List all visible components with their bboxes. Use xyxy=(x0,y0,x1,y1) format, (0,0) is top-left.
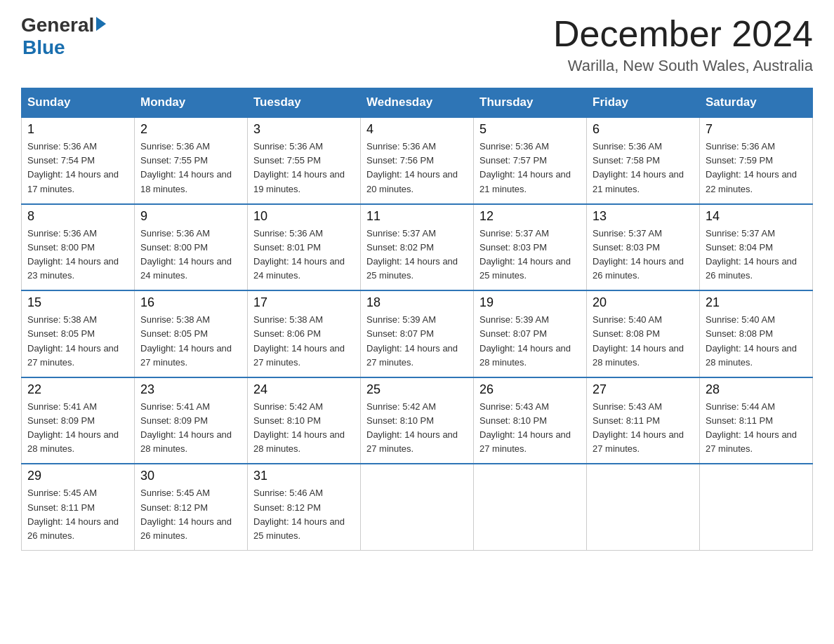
calendar-cell: 12Sunrise: 5:37 AMSunset: 8:03 PMDayligh… xyxy=(474,204,587,291)
logo: General Blue xyxy=(21,14,106,59)
col-header-thursday: Thursday xyxy=(474,88,587,118)
day-number: 16 xyxy=(140,295,241,310)
day-number: 17 xyxy=(253,295,355,310)
calendar-cell: 13Sunrise: 5:37 AMSunset: 8:03 PMDayligh… xyxy=(587,204,700,291)
title-block: December 2024 Warilla, New South Wales, … xyxy=(553,14,813,75)
calendar-subtitle: Warilla, New South Wales, Australia xyxy=(553,57,813,75)
day-number: 22 xyxy=(27,382,128,397)
logo-blue-text: Blue xyxy=(22,36,106,59)
day-number: 4 xyxy=(366,122,468,137)
day-info: Sunrise: 5:39 AMSunset: 8:07 PMDaylight:… xyxy=(479,313,581,370)
day-number: 15 xyxy=(27,295,128,310)
logo-general-text: General xyxy=(21,14,94,36)
day-info: Sunrise: 5:36 AMSunset: 8:00 PMDaylight:… xyxy=(27,227,128,283)
calendar-cell: 25Sunrise: 5:42 AMSunset: 8:10 PMDayligh… xyxy=(361,377,474,464)
day-number: 31 xyxy=(253,469,355,483)
day-info: Sunrise: 5:41 AMSunset: 8:09 PMDaylight:… xyxy=(27,400,128,457)
day-number: 8 xyxy=(27,209,128,224)
day-info: Sunrise: 5:37 AMSunset: 8:02 PMDaylight:… xyxy=(366,227,468,283)
calendar-cell: 14Sunrise: 5:37 AMSunset: 8:04 PMDayligh… xyxy=(700,204,813,291)
calendar-week-row: 1Sunrise: 5:36 AMSunset: 7:54 PMDaylight… xyxy=(22,117,813,204)
calendar-cell xyxy=(700,464,813,550)
day-number: 2 xyxy=(140,122,241,137)
calendar-cell xyxy=(587,464,700,550)
page-header: General Blue December 2024 Warilla, New … xyxy=(21,14,813,75)
day-info: Sunrise: 5:36 AMSunset: 7:55 PMDaylight:… xyxy=(253,140,355,196)
day-info: Sunrise: 5:38 AMSunset: 8:05 PMDaylight:… xyxy=(140,313,241,370)
day-info: Sunrise: 5:36 AMSunset: 7:57 PMDaylight:… xyxy=(479,140,581,196)
calendar-cell: 30Sunrise: 5:45 AMSunset: 8:12 PMDayligh… xyxy=(135,464,248,550)
day-info: Sunrise: 5:36 AMSunset: 8:00 PMDaylight:… xyxy=(140,227,241,283)
day-number: 21 xyxy=(706,295,807,310)
calendar-week-row: 15Sunrise: 5:38 AMSunset: 8:05 PMDayligh… xyxy=(22,290,813,377)
day-number: 20 xyxy=(593,295,694,310)
day-info: Sunrise: 5:45 AMSunset: 8:11 PMDaylight:… xyxy=(27,486,128,543)
day-info: Sunrise: 5:40 AMSunset: 8:08 PMDaylight:… xyxy=(706,313,807,370)
day-info: Sunrise: 5:43 AMSunset: 8:11 PMDaylight:… xyxy=(593,400,694,457)
calendar-header-row: SundayMondayTuesdayWednesdayThursdayFrid… xyxy=(22,88,813,118)
calendar-cell: 6Sunrise: 5:36 AMSunset: 7:58 PMDaylight… xyxy=(587,117,700,204)
day-number: 25 xyxy=(366,382,468,397)
day-number: 19 xyxy=(479,295,581,310)
day-info: Sunrise: 5:46 AMSunset: 8:12 PMDaylight:… xyxy=(253,486,355,543)
calendar-cell: 16Sunrise: 5:38 AMSunset: 8:05 PMDayligh… xyxy=(135,290,248,377)
day-number: 18 xyxy=(366,295,468,310)
day-info: Sunrise: 5:42 AMSunset: 8:10 PMDaylight:… xyxy=(253,400,355,457)
calendar-cell: 20Sunrise: 5:40 AMSunset: 8:08 PMDayligh… xyxy=(587,290,700,377)
day-info: Sunrise: 5:36 AMSunset: 7:54 PMDaylight:… xyxy=(27,140,128,196)
logo-arrow-icon xyxy=(96,17,106,31)
day-info: Sunrise: 5:44 AMSunset: 8:11 PMDaylight:… xyxy=(706,400,807,457)
day-info: Sunrise: 5:45 AMSunset: 8:12 PMDaylight:… xyxy=(140,486,241,543)
day-info: Sunrise: 5:38 AMSunset: 8:06 PMDaylight:… xyxy=(253,313,355,370)
day-number: 30 xyxy=(140,469,241,483)
calendar-cell: 21Sunrise: 5:40 AMSunset: 8:08 PMDayligh… xyxy=(700,290,813,377)
calendar-cell: 28Sunrise: 5:44 AMSunset: 8:11 PMDayligh… xyxy=(700,377,813,464)
calendar-cell: 31Sunrise: 5:46 AMSunset: 8:12 PMDayligh… xyxy=(248,464,361,550)
day-info: Sunrise: 5:37 AMSunset: 8:03 PMDaylight:… xyxy=(479,227,581,283)
calendar-cell: 19Sunrise: 5:39 AMSunset: 8:07 PMDayligh… xyxy=(474,290,587,377)
calendar-cell: 7Sunrise: 5:36 AMSunset: 7:59 PMDaylight… xyxy=(700,117,813,204)
col-header-monday: Monday xyxy=(135,88,248,118)
calendar-cell xyxy=(361,464,474,550)
day-number: 7 xyxy=(706,122,807,137)
day-number: 3 xyxy=(253,122,355,137)
calendar-cell: 17Sunrise: 5:38 AMSunset: 8:06 PMDayligh… xyxy=(248,290,361,377)
calendar-cell: 1Sunrise: 5:36 AMSunset: 7:54 PMDaylight… xyxy=(22,117,135,204)
day-info: Sunrise: 5:37 AMSunset: 8:03 PMDaylight:… xyxy=(593,227,694,283)
day-number: 24 xyxy=(253,382,355,397)
calendar-cell: 4Sunrise: 5:36 AMSunset: 7:56 PMDaylight… xyxy=(361,117,474,204)
calendar-cell: 29Sunrise: 5:45 AMSunset: 8:11 PMDayligh… xyxy=(22,464,135,550)
col-header-sunday: Sunday xyxy=(22,88,135,118)
calendar-cell: 11Sunrise: 5:37 AMSunset: 8:02 PMDayligh… xyxy=(361,204,474,291)
day-info: Sunrise: 5:36 AMSunset: 7:59 PMDaylight:… xyxy=(706,140,807,196)
day-info: Sunrise: 5:41 AMSunset: 8:09 PMDaylight:… xyxy=(140,400,241,457)
calendar-cell: 22Sunrise: 5:41 AMSunset: 8:09 PMDayligh… xyxy=(22,377,135,464)
calendar-cell: 26Sunrise: 5:43 AMSunset: 8:10 PMDayligh… xyxy=(474,377,587,464)
day-number: 10 xyxy=(253,209,355,224)
calendar-cell: 18Sunrise: 5:39 AMSunset: 8:07 PMDayligh… xyxy=(361,290,474,377)
calendar-cell: 8Sunrise: 5:36 AMSunset: 8:00 PMDaylight… xyxy=(22,204,135,291)
calendar-cell: 27Sunrise: 5:43 AMSunset: 8:11 PMDayligh… xyxy=(587,377,700,464)
day-info: Sunrise: 5:36 AMSunset: 7:55 PMDaylight:… xyxy=(140,140,241,196)
col-header-friday: Friday xyxy=(587,88,700,118)
calendar-cell xyxy=(474,464,587,550)
day-number: 13 xyxy=(593,209,694,224)
calendar-table: SundayMondayTuesdayWednesdayThursdayFrid… xyxy=(21,88,813,551)
day-info: Sunrise: 5:37 AMSunset: 8:04 PMDaylight:… xyxy=(706,227,807,283)
day-info: Sunrise: 5:36 AMSunset: 8:01 PMDaylight:… xyxy=(253,227,355,283)
day-info: Sunrise: 5:38 AMSunset: 8:05 PMDaylight:… xyxy=(27,313,128,370)
calendar-cell: 24Sunrise: 5:42 AMSunset: 8:10 PMDayligh… xyxy=(248,377,361,464)
day-info: Sunrise: 5:40 AMSunset: 8:08 PMDaylight:… xyxy=(593,313,694,370)
col-header-wednesday: Wednesday xyxy=(361,88,474,118)
day-info: Sunrise: 5:43 AMSunset: 8:10 PMDaylight:… xyxy=(479,400,581,457)
calendar-cell: 10Sunrise: 5:36 AMSunset: 8:01 PMDayligh… xyxy=(248,204,361,291)
day-number: 28 xyxy=(706,382,807,397)
calendar-cell: 23Sunrise: 5:41 AMSunset: 8:09 PMDayligh… xyxy=(135,377,248,464)
calendar-week-row: 29Sunrise: 5:45 AMSunset: 8:11 PMDayligh… xyxy=(22,464,813,550)
day-number: 29 xyxy=(27,469,128,483)
calendar-week-row: 8Sunrise: 5:36 AMSunset: 8:00 PMDaylight… xyxy=(22,204,813,291)
day-info: Sunrise: 5:39 AMSunset: 8:07 PMDaylight:… xyxy=(366,313,468,370)
calendar-title: December 2024 xyxy=(553,14,813,54)
col-header-saturday: Saturday xyxy=(700,88,813,118)
day-number: 23 xyxy=(140,382,241,397)
